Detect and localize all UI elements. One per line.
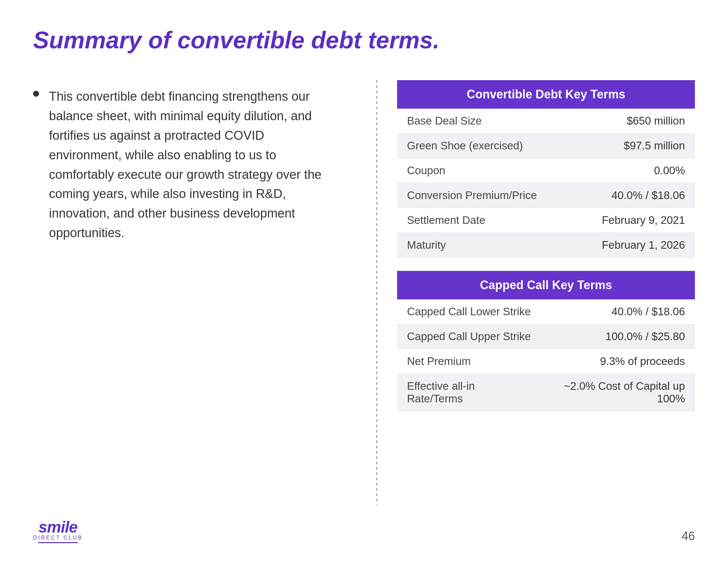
bullet-dot-icon [33, 91, 39, 97]
row-label: Settlement Date [407, 214, 485, 226]
capped-call-header: Capped Call Key Terms [397, 271, 695, 300]
convertible-debt-header: Convertible Debt Key Terms [397, 80, 695, 109]
page-container: Summary of convertible debt terms. This … [0, 0, 728, 563]
capped-call-table: Capped Call Key Terms Capped Call Lower … [397, 271, 695, 411]
row-label: Conversion Premium/Price [407, 189, 537, 202]
content-area: This convertible debt financing strength… [33, 80, 695, 505]
table-row: Green Shoe (exercised) $97.5 million [397, 133, 695, 158]
page-number: 46 [682, 529, 695, 543]
page-title: Summary of convertible debt terms. [33, 26, 695, 54]
table-row: Base Deal Size $650 million [397, 109, 695, 133]
row-label: Capped Call Lower Strike [407, 305, 531, 318]
row-value: 100.0% / $25.80 [606, 330, 685, 343]
table-row: Capped Call Lower Strike 40.0% / $18.06 [397, 300, 695, 324]
row-label: Maturity [407, 239, 446, 251]
page-footer: smile DIRECT CLUB 46 [33, 518, 695, 543]
bullet-point: This convertible debt financing strength… [33, 87, 330, 243]
row-label: Base Deal Size [407, 115, 482, 127]
bullet-text: This convertible debt financing strength… [49, 87, 330, 243]
vertical-divider [376, 80, 377, 505]
logo-subtitle: DIRECT CLUB [33, 535, 83, 541]
logo-area: smile DIRECT CLUB [33, 518, 83, 543]
table-row: Capped Call Upper Strike 100.0% / $25.80 [397, 324, 695, 349]
row-label: Net Premium [407, 355, 471, 368]
row-label: Coupon [407, 164, 445, 177]
logo-line [38, 542, 78, 543]
row-value: $97.5 million [624, 139, 685, 152]
row-value: ~2.0% Cost of Capital up 100% [533, 380, 685, 405]
table-row: Net Premium 9.3% of proceeds [397, 349, 695, 374]
right-panel: Convertible Debt Key Terms Base Deal Siz… [397, 80, 695, 505]
logo-text: smile [38, 518, 77, 536]
row-label: Effective all-in Rate/Terms [407, 380, 533, 405]
table-row: Coupon 0.00% [397, 158, 695, 183]
table-row: Effective all-in Rate/Terms ~2.0% Cost o… [397, 374, 695, 411]
table-row: Maturity February 1, 2026 [397, 233, 695, 258]
convertible-debt-table: Convertible Debt Key Terms Base Deal Siz… [397, 80, 695, 258]
row-label: Capped Call Upper Strike [407, 330, 531, 343]
row-value: February 1, 2026 [602, 239, 685, 251]
table-row: Conversion Premium/Price 40.0% / $18.06 [397, 183, 695, 208]
row-value: 40.0% / $18.06 [612, 189, 685, 202]
left-panel: This convertible debt financing strength… [33, 80, 356, 505]
row-label: Green Shoe (exercised) [407, 139, 523, 152]
row-value: 9.3% of proceeds [600, 355, 685, 368]
row-value: 40.0% / $18.06 [612, 305, 685, 318]
row-value: 0.00% [654, 164, 685, 177]
table-row: Settlement Date February 9, 2021 [397, 208, 695, 233]
row-value: February 9, 2021 [602, 214, 685, 226]
row-value: $650 million [627, 115, 685, 127]
